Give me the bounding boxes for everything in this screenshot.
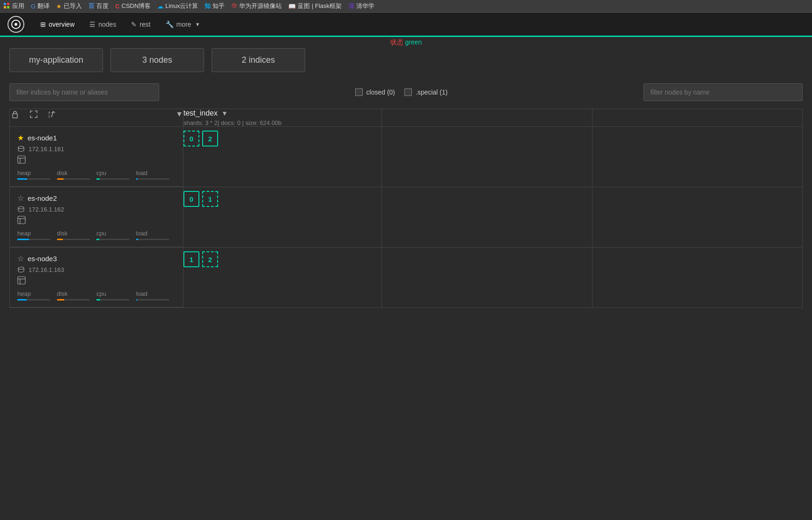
node2-disk-bar-container bbox=[57, 239, 90, 240]
bookmark-huawei[interactable]: 华 华为开源镜像站 bbox=[231, 2, 282, 10]
node2-cpu-bar-container bbox=[96, 239, 129, 240]
main-content: my-application 3 nodes 2 indices closed … bbox=[0, 37, 812, 308]
node2-shard-1[interactable]: 1 bbox=[202, 191, 218, 207]
bookmark-translate[interactable]: G 翻译 bbox=[31, 2, 50, 10]
app-logo[interactable] bbox=[7, 16, 24, 33]
node3-disk-label: disk bbox=[57, 290, 68, 297]
node3-load-label: load bbox=[136, 290, 148, 297]
bookmark-zhihu[interactable]: 知 知乎 bbox=[205, 2, 225, 10]
closed-checkbox-item[interactable]: closed (0) bbox=[355, 88, 395, 96]
node2-cpu-bar bbox=[96, 239, 99, 240]
bookmark-flask[interactable]: 📖 蓝图 | Flask框架 bbox=[288, 2, 342, 10]
node2-ip-row: 172.16.1.162 bbox=[17, 205, 176, 213]
node3-disk-bar-container bbox=[57, 299, 90, 300]
node1-ip-row: 172.16.1.161 bbox=[17, 145, 176, 153]
table-header-row: A Z ▼ test_index ▼ shards: 3 * 2| docs: … bbox=[10, 109, 803, 127]
node3-star-icon[interactable]: ☆ bbox=[17, 254, 24, 263]
status-label: 状态 bbox=[390, 38, 403, 46]
node3-cpu-metric: cpu bbox=[96, 290, 136, 300]
node3-disk-bar bbox=[57, 299, 64, 300]
svg-point-5 bbox=[15, 23, 17, 26]
filter-nodes-input[interactable] bbox=[644, 83, 803, 101]
nav-overview[interactable]: ⊞ overview bbox=[34, 17, 81, 32]
node2-disk-label: disk bbox=[57, 230, 68, 237]
node3-shards-cell: 1 2 bbox=[183, 248, 382, 308]
node2-shards: 0 1 bbox=[183, 187, 381, 207]
empty-header-cell-1 bbox=[382, 109, 592, 127]
node1-extra bbox=[17, 155, 176, 166]
main-table: A Z ▼ test_index ▼ shards: 3 * 2| docs: … bbox=[9, 109, 803, 308]
closed-label: closed (0) bbox=[366, 88, 395, 96]
svg-rect-0 bbox=[4, 3, 6, 5]
bookmark-apps[interactable]: 应用 bbox=[4, 2, 24, 10]
nav-rest[interactable]: ✎ rest bbox=[124, 17, 157, 32]
node3-heap-metric: heap bbox=[17, 290, 57, 300]
special-checkbox-item[interactable]: .special (1) bbox=[404, 88, 447, 96]
closed-checkbox[interactable] bbox=[355, 88, 363, 96]
node1-heap-bar bbox=[17, 178, 27, 180]
filters-row: closed (0) .special (1) bbox=[9, 83, 803, 101]
node1-heap-metric: heap bbox=[17, 169, 57, 180]
bookmark-baidu[interactable]: 百 百度 bbox=[88, 2, 109, 10]
node2-metrics: heap disk cpu bbox=[17, 230, 176, 240]
index-dropdown-icon[interactable]: ▼ bbox=[221, 110, 228, 117]
node1-star-icon[interactable]: ★ bbox=[17, 133, 24, 142]
node2-heap-bar-container bbox=[17, 239, 50, 240]
svg-rect-6 bbox=[13, 114, 17, 118]
nav-more[interactable]: 🔧 more ▼ bbox=[159, 17, 207, 32]
node3-icon bbox=[17, 276, 26, 285]
node2-ip: 172.16.1.162 bbox=[29, 206, 64, 213]
node1-info: ★ es-node1 172.16.1.161 bbox=[10, 127, 183, 187]
node3-heap-bar bbox=[17, 299, 27, 300]
node-row-2: ☆ es-node2 172.16.1.162 bbox=[10, 187, 803, 248]
bookmark-tsinghua[interactable]: 清 清华学 bbox=[348, 2, 374, 10]
node3-info: ☆ es-node3 172.16.1.163 bbox=[10, 248, 183, 308]
overview-icon: ⊞ bbox=[40, 21, 46, 28]
node3-disk-metric: disk bbox=[57, 290, 97, 300]
node-row-3: ☆ es-node3 172.16.1.163 bbox=[10, 248, 803, 308]
bookmark-imported[interactable]: ★ 已导入 bbox=[56, 2, 82, 10]
index-header-cell: test_index ▼ shards: 3 * 2| docs: 0 | si… bbox=[183, 109, 382, 127]
bookmark-linux[interactable]: ☁ Linux云计算 bbox=[157, 2, 198, 10]
empty-header-cell-2 bbox=[592, 109, 802, 127]
node1-load-bar bbox=[136, 178, 138, 180]
controls-cell: A Z ▼ bbox=[10, 109, 183, 127]
node1-disk-bar bbox=[57, 178, 64, 180]
expand-icon[interactable] bbox=[29, 109, 39, 119]
node1-disk-label: disk bbox=[57, 169, 68, 176]
nodes-count-card: 3 nodes bbox=[110, 48, 204, 72]
node2-disk-bar bbox=[57, 239, 63, 240]
node3-shard-2[interactable]: 2 bbox=[202, 251, 218, 267]
node3-empty-cell-2 bbox=[592, 248, 802, 308]
special-checkbox[interactable] bbox=[404, 88, 412, 96]
node3-ip-row: 172.16.1.163 bbox=[17, 266, 176, 273]
filter-dropdown-icon[interactable]: ▼ bbox=[176, 110, 183, 118]
nav-nodes-label: nodes bbox=[98, 21, 116, 28]
node3-load-metric: load bbox=[136, 290, 176, 300]
node1-load-label: load bbox=[136, 169, 148, 176]
node2-shard-0[interactable]: 0 bbox=[183, 191, 199, 207]
svg-text:A: A bbox=[48, 111, 51, 114]
node2-cpu-metric: cpu bbox=[96, 230, 136, 240]
nav-nodes[interactable]: ☰ nodes bbox=[83, 17, 123, 32]
node2-load-label: load bbox=[136, 230, 148, 237]
svg-rect-1 bbox=[7, 3, 9, 5]
svg-point-13 bbox=[18, 207, 24, 209]
node3-cpu-label: cpu bbox=[96, 290, 106, 297]
node1-shard-0[interactable]: 0 bbox=[183, 131, 199, 146]
filter-indices-input[interactable] bbox=[9, 83, 159, 101]
node1-shards-cell: 0 2 bbox=[183, 127, 382, 187]
node3-shard-1[interactable]: 1 bbox=[183, 251, 199, 267]
index-name-row: test_index ▼ bbox=[183, 109, 381, 117]
node3-ip: 172.16.1.163 bbox=[29, 266, 64, 273]
indices-count-card: 2 indices bbox=[212, 48, 305, 72]
node2-star-icon[interactable]: ☆ bbox=[17, 194, 24, 203]
lock-icon[interactable] bbox=[10, 109, 20, 119]
index-name: test_index bbox=[183, 109, 218, 117]
svg-text:Z: Z bbox=[48, 115, 51, 118]
node2-cpu-label: cpu bbox=[96, 230, 106, 237]
bookmark-csdn[interactable]: C CSDN博客 bbox=[115, 2, 151, 10]
node1-shard-2[interactable]: 2 bbox=[202, 131, 218, 146]
sort-icon[interactable]: A Z bbox=[47, 109, 58, 119]
node1-cpu-bar bbox=[96, 178, 100, 180]
